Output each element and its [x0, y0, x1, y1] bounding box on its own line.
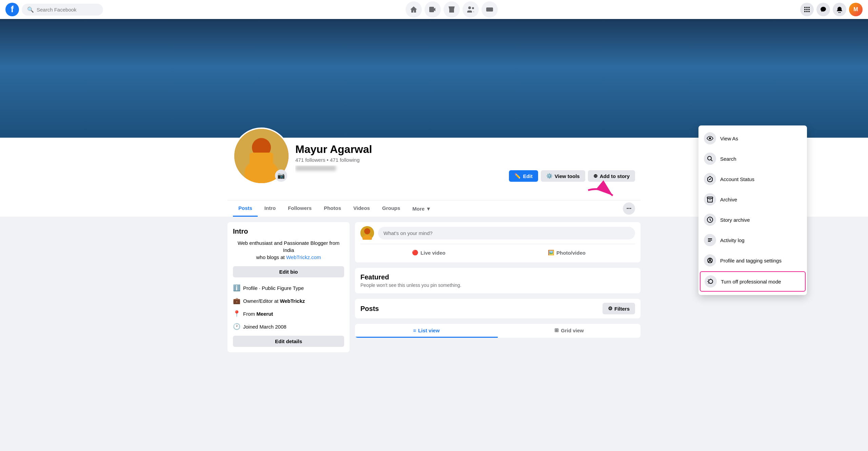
- svg-point-8: [804, 9, 806, 10]
- svg-point-27: [709, 259, 711, 261]
- composer-avatar: [360, 226, 374, 240]
- posts-view-tabs: ≡ List view ⊞ Grid view: [355, 324, 640, 338]
- story-archive-label: Story archive: [720, 217, 750, 223]
- dropdown-account-status[interactable]: Account Status: [698, 169, 807, 189]
- composer-input[interactable]: What's on your mind?: [378, 227, 635, 239]
- dropdown-menu: View As Search Account Status Archive St…: [698, 125, 807, 295]
- photo-video-button[interactable]: 🖼️ Photo/video: [498, 247, 635, 258]
- svg-rect-24: [707, 197, 713, 198]
- profile-friends-row: [295, 165, 504, 178]
- tab-more-button[interactable]: More ▼: [407, 201, 436, 216]
- svg-rect-4: [486, 7, 493, 12]
- archive-label: Archive: [720, 197, 737, 202]
- svg-point-3: [472, 7, 474, 9]
- view-tools-button[interactable]: ⚙️ View tools: [541, 170, 585, 182]
- activity-log-icon: [704, 234, 716, 246]
- edit-bio-button[interactable]: Edit bio: [233, 266, 344, 277]
- location-icon: 📍: [233, 310, 240, 317]
- featured-card: Featured People won't see this unless yo…: [355, 268, 640, 293]
- dropdown-search[interactable]: Search: [698, 149, 807, 169]
- dropdown-view-as[interactable]: View As: [698, 128, 807, 149]
- tab-photos[interactable]: Photos: [318, 200, 347, 217]
- search-bar[interactable]: 🔍: [22, 4, 103, 16]
- live-video-icon: 🔴: [412, 250, 418, 256]
- dropdown-story-archive[interactable]: Story archive: [698, 210, 807, 230]
- groups-nav-button[interactable]: [462, 1, 479, 18]
- profile-details: Mayur Agarwal 471 followers • 471 follow…: [295, 143, 504, 184]
- list-view-tab[interactable]: ≡ List view: [355, 324, 498, 338]
- grid-view-icon: ⊞: [554, 327, 559, 333]
- profile-name: Mayur Agarwal: [295, 143, 504, 156]
- gaming-nav-button[interactable]: [481, 1, 498, 18]
- intro-item-work: 💼 Owner/Editor at WebTrickz: [233, 294, 344, 307]
- svg-point-2: [468, 6, 471, 9]
- clock-icon: 🕐: [233, 323, 240, 330]
- search-icon: 🔍: [27, 6, 34, 13]
- intro-bio: Web enthusiast and Passionate Blogger fr…: [233, 239, 344, 261]
- svg-point-23: [708, 156, 711, 160]
- tab-groups[interactable]: Groups: [377, 200, 406, 217]
- story-archive-icon: [704, 214, 716, 226]
- tab-posts[interactable]: Posts: [233, 200, 258, 217]
- intro-card: Intro Web enthusiast and Passionate Blog…: [228, 222, 350, 352]
- edit-profile-button[interactable]: ✏️ Edit: [509, 170, 538, 182]
- right-column: What's on your mind? 🔴 Live video 🖼️ Pho…: [355, 222, 640, 358]
- dropdown-archive[interactable]: Archive: [698, 189, 807, 210]
- add-to-story-button[interactable]: ⊕ Add to story: [588, 170, 635, 182]
- featured-desc: People won't see this unless you pin som…: [360, 282, 635, 288]
- work-icon: 💼: [233, 297, 240, 305]
- edit-icon: ✏️: [514, 173, 521, 179]
- dropdown-activity-log[interactable]: Activity log: [698, 230, 807, 250]
- grid-view-tab[interactable]: ⊞ Grid view: [498, 324, 640, 338]
- tab-videos[interactable]: Videos: [348, 200, 375, 217]
- change-avatar-button[interactable]: 📷: [275, 170, 287, 182]
- filter-button[interactable]: ⚙ Filters: [603, 303, 635, 314]
- search-input[interactable]: [37, 7, 98, 13]
- post-composer: What's on your mind? 🔴 Live video 🖼️ Pho…: [355, 222, 640, 262]
- activity-log-label: Activity log: [720, 237, 745, 243]
- messenger-button[interactable]: [816, 3, 830, 16]
- dropdown-profile-tagging[interactable]: Profile and tagging settings: [698, 250, 807, 271]
- list-view-icon: ≡: [413, 328, 416, 333]
- account-status-icon: [704, 173, 716, 185]
- grid-menu-button[interactable]: [800, 3, 814, 16]
- svg-point-11: [804, 11, 806, 12]
- svg-point-22: [709, 137, 711, 139]
- view-tools-icon: ⚙️: [546, 173, 553, 179]
- tab-about[interactable]: Intro: [259, 200, 281, 217]
- search-menu-icon: [704, 153, 716, 165]
- photo-icon: 🖼️: [548, 250, 554, 256]
- svg-point-13: [808, 11, 810, 12]
- main-content: Intro Web enthusiast and Passionate Blog…: [222, 222, 646, 358]
- posts-header: Posts ⚙ Filters: [355, 299, 640, 318]
- edit-details-button[interactable]: Edit details: [233, 336, 344, 347]
- svg-point-6: [806, 7, 808, 8]
- nav-center-icons: [106, 1, 797, 18]
- user-avatar-nav[interactable]: M: [849, 3, 863, 16]
- profile-tagging-icon: [704, 254, 716, 267]
- marketplace-nav-button[interactable]: [443, 1, 460, 18]
- home-nav-button[interactable]: [406, 1, 422, 18]
- notifications-button[interactable]: [833, 3, 846, 16]
- live-video-button[interactable]: 🔴 Live video: [360, 247, 497, 258]
- view-as-icon: [704, 132, 716, 144]
- bio-link[interactable]: WebTrickz.com: [286, 254, 321, 260]
- add-story-icon: ⊕: [593, 173, 598, 179]
- profile-avatar-wrapper: 📷: [233, 128, 290, 184]
- top-navigation: f 🔍: [0, 0, 868, 19]
- svg-point-9: [806, 9, 808, 10]
- tab-ellipsis-button[interactable]: ···: [623, 202, 635, 215]
- facebook-logo[interactable]: f: [5, 3, 19, 16]
- intro-item-joined: 🕐 Joined March 2008: [233, 320, 344, 333]
- search-label: Search: [720, 156, 736, 162]
- composer-row: What's on your mind?: [360, 226, 635, 240]
- tab-followers[interactable]: Followers: [282, 200, 317, 217]
- dropdown-turn-off-professional[interactable]: Turn off professional mode: [700, 271, 806, 292]
- filter-icon: ⚙: [608, 306, 612, 312]
- svg-point-7: [808, 7, 810, 8]
- view-as-label: View As: [720, 136, 738, 141]
- turn-off-professional-label: Turn off professional mode: [721, 279, 781, 285]
- svg-text:f: f: [11, 4, 14, 14]
- friends-blurred: [295, 165, 336, 171]
- video-nav-button[interactable]: [425, 1, 441, 18]
